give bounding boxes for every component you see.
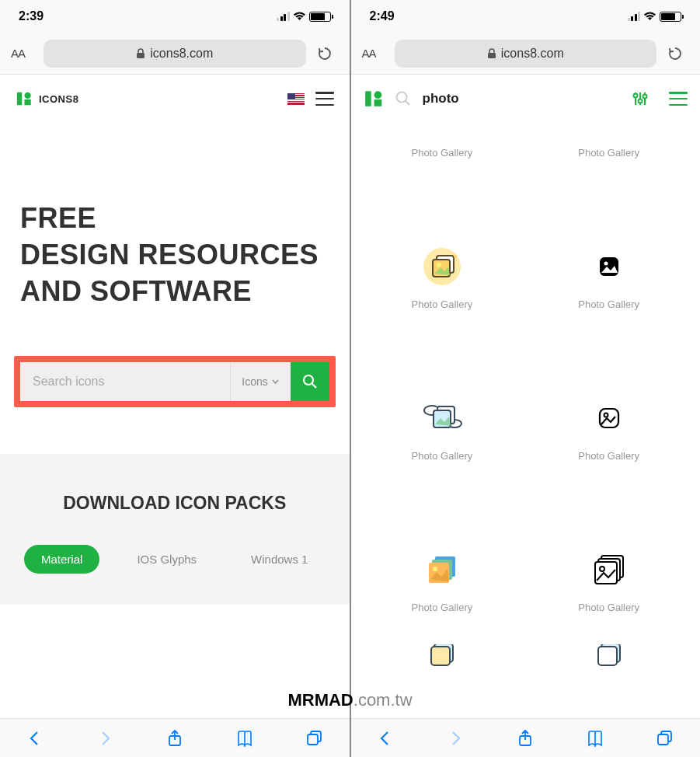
url-field[interactable]: icons8.com	[395, 40, 657, 68]
logo-text: ICONS8	[39, 93, 78, 105]
photo-gallery-icon	[598, 407, 620, 429]
signal-icon	[277, 12, 290, 21]
site-header: photo	[351, 75, 701, 123]
menu-button[interactable]	[669, 92, 688, 106]
photo-gallery-icon	[594, 644, 625, 668]
safari-toolbar	[351, 718, 701, 757]
result-item[interactable]: Photo Gallery	[359, 321, 526, 473]
text-size-button[interactable]: AA	[11, 47, 39, 60]
result-item[interactable]	[525, 624, 692, 679]
result-label: Photo Gallery	[578, 147, 639, 159]
pack-tabs: Material IOS Glyphs Windows 1	[0, 545, 350, 574]
share-button[interactable]	[517, 730, 534, 747]
svg-rect-34	[600, 409, 618, 427]
tabs-button[interactable]	[656, 730, 674, 747]
download-title: DOWNLOAD ICON PACKS	[0, 493, 350, 514]
hero: FREE DESIGN RESOURCES AND SOFTWARE	[0, 123, 350, 333]
result-item[interactable]: Photo Gallery	[525, 321, 692, 473]
svg-rect-42	[595, 562, 617, 584]
photo-gallery-icon	[426, 553, 458, 586]
svg-rect-51	[658, 734, 668, 745]
tab-material[interactable]: Material	[24, 545, 99, 574]
battery-icon	[660, 12, 681, 22]
result-label: Photo Gallery	[578, 602, 639, 613]
photo-gallery-icon	[592, 553, 626, 587]
battery-icon	[309, 12, 331, 22]
result-item[interactable]: Photo Gallery	[359, 473, 526, 624]
svg-point-14	[396, 92, 406, 103]
flag-us-icon[interactable]	[287, 93, 305, 105]
result-item[interactable]: Photo Gallery	[359, 123, 526, 169]
reload-button[interactable]	[311, 46, 339, 61]
bookmarks-button[interactable]	[236, 730, 253, 747]
search-icon[interactable]	[395, 90, 412, 107]
search-input[interactable]: Search icons	[20, 362, 230, 401]
status-time: 2:49	[370, 9, 395, 23]
lock-icon	[487, 48, 496, 59]
result-item[interactable]: Photo Gallery	[525, 123, 692, 169]
result-item[interactable]	[359, 624, 526, 679]
result-item[interactable]: Photo Gallery	[525, 169, 692, 321]
svg-rect-9	[308, 734, 318, 745]
share-button[interactable]	[166, 730, 183, 747]
logo[interactable]: ICONS8	[16, 90, 78, 107]
result-label: Photo Gallery	[411, 450, 472, 462]
svg-point-2	[24, 92, 30, 99]
tab-windows[interactable]: Windows 1	[234, 545, 325, 574]
result-item[interactable]: Photo Gallery	[525, 473, 692, 624]
url-field[interactable]: icons8.com	[44, 40, 306, 68]
nav-back-button[interactable]	[377, 730, 394, 747]
wifi-icon	[643, 12, 656, 21]
search-button[interactable]	[291, 362, 329, 401]
search-icon	[301, 373, 319, 390]
result-label: Photo Gallery	[411, 147, 472, 159]
svg-point-17	[634, 94, 638, 98]
tabs-button[interactable]	[306, 730, 323, 747]
photo-gallery-icon	[421, 246, 463, 288]
result-item[interactable]: Photo Gallery	[359, 169, 526, 321]
svg-point-19	[639, 99, 643, 103]
result-label: Photo Gallery	[578, 298, 639, 310]
svg-point-21	[643, 95, 647, 99]
status-bar: 2:49	[351, 0, 701, 33]
nav-back-button[interactable]	[26, 730, 44, 747]
menu-button[interactable]	[315, 92, 334, 106]
svg-point-27	[454, 255, 457, 258]
download-section: DOWNLOAD ICON PACKS Material IOS Glyphs …	[0, 454, 350, 605]
result-label: Photo Gallery	[411, 298, 472, 310]
search-query-input[interactable]: photo	[423, 91, 622, 106]
tab-ios-glyphs[interactable]: IOS Glyphs	[120, 545, 214, 574]
search-category-dropdown[interactable]: Icons	[230, 362, 291, 401]
site-header: ICONS8	[0, 75, 350, 123]
svg-line-15	[406, 101, 409, 105]
bookmarks-button[interactable]	[587, 730, 604, 747]
text-size-button[interactable]: AA	[362, 47, 390, 60]
logo-icon[interactable]	[364, 89, 384, 109]
logo-icon	[16, 90, 33, 107]
search-highlight-annotation: Search icons Icons	[14, 356, 336, 407]
svg-rect-13	[374, 99, 381, 106]
signal-icon	[628, 12, 641, 21]
status-icons	[628, 12, 682, 22]
watermark: MRMAD.com.tw	[287, 690, 412, 710]
svg-line-5	[312, 384, 316, 388]
photo-gallery-icon	[420, 399, 464, 438]
filter-button[interactable]	[632, 90, 649, 107]
svg-point-35	[604, 413, 608, 417]
svg-rect-28	[600, 257, 618, 276]
url-text: icons8.com	[150, 47, 213, 61]
hero-title: FREE DESIGN RESOURCES AND SOFTWARE	[20, 201, 329, 309]
result-label: Photo Gallery	[411, 602, 472, 613]
photo-gallery-icon	[599, 256, 619, 277]
svg-point-12	[374, 91, 381, 99]
photo-gallery-icon	[427, 644, 458, 668]
address-bar: AA icons8.com	[0, 33, 350, 75]
reload-button[interactable]	[661, 46, 689, 61]
result-label: Photo Gallery	[578, 450, 639, 462]
svg-point-29	[604, 262, 608, 266]
chevron-down-icon	[272, 379, 279, 384]
svg-point-26	[437, 263, 441, 267]
nav-forward-button[interactable]	[96, 730, 113, 747]
status-icons	[277, 12, 331, 22]
nav-forward-button[interactable]	[447, 730, 464, 747]
